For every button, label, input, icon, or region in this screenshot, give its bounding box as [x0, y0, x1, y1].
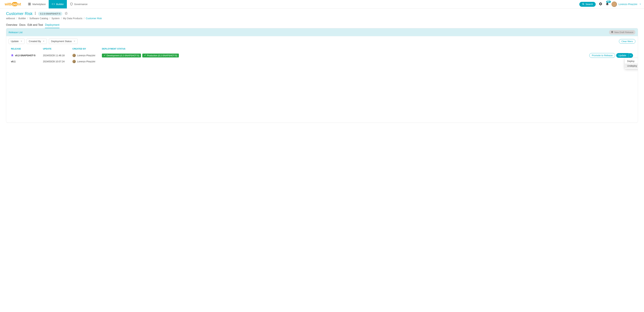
update-cell: 2024/03/28 10:07:24	[43, 60, 72, 63]
breadcrumb-current: Customer Risk	[86, 17, 102, 20]
update-cell: 2024/03/28 11:46:18	[43, 54, 72, 57]
bell-icon	[606, 3, 609, 6]
search-icon	[582, 3, 584, 6]
svg-point-4	[582, 3, 584, 4]
new-draft-release-button: New Draft Release	[609, 30, 636, 34]
status-label: Production (0.2-SNAPSHOT-5)	[147, 54, 177, 57]
panel-title: Release List	[8, 31, 22, 34]
page-header: Customer Risk 0.2.0-SNAPSHOT-5 witboost/…	[0, 8, 644, 28]
release-label: v0.2-SNAPSHOT-5	[15, 54, 35, 57]
breadcrumb: witboost/ Builder/ Software Catalog/ Sys…	[6, 17, 638, 20]
filter-created-by-label: Created By	[29, 40, 41, 42]
user-name-label: Lorenzo Pirazzini	[618, 3, 637, 6]
tabs: Overview Docs Edit and Test Deployment	[6, 23, 638, 28]
chevron-down-icon	[74, 40, 76, 42]
svg-rect-0	[28, 3, 30, 4]
bookmark-icon	[11, 54, 14, 57]
filter-deployment-status[interactable]: Deployment Status	[49, 38, 78, 44]
marketplace-icon	[28, 2, 31, 6]
page-title: Customer Risk	[6, 11, 32, 16]
filter-update-label: Update	[11, 40, 19, 42]
logo[interactable]: witboost	[5, 2, 21, 6]
settings-button[interactable]	[599, 2, 602, 6]
chevron-down-icon	[42, 40, 45, 42]
notifications-button[interactable]: 99+	[606, 2, 609, 6]
table-row[interactable]: v0.1 2024/03/28 10:07:24 Lorenzo Pirazzi…	[10, 59, 634, 64]
check-icon	[144, 54, 146, 57]
clear-filters-button[interactable]: Clear filters	[619, 39, 636, 44]
tab-deployment[interactable]: Deployment	[45, 23, 59, 28]
col-update: UPDATE	[43, 48, 72, 50]
governance-icon	[70, 2, 73, 6]
svg-rect-2	[28, 4, 30, 5]
new-draft-label: New Draft Release	[614, 31, 634, 34]
svg-line-5	[584, 4, 584, 5]
page-menu-button[interactable]	[35, 12, 36, 16]
creator-name: Lorenzo Pirazzini	[77, 54, 95, 57]
tab-edit-and-test[interactable]: Edit and Test	[28, 23, 43, 28]
release-table: RELEASE UPDATE CREATED BY DEPLOYMENT STA…	[6, 45, 638, 122]
status-badge: Development (0.2-SNAPSHOT-5)	[102, 54, 141, 58]
plus-circle-icon	[611, 31, 613, 34]
version-chip: 0.2.0-SNAPSHOT-5	[38, 12, 62, 16]
user-avatar[interactable]	[612, 2, 617, 7]
chevron-down-icon	[20, 40, 22, 42]
tab-docs[interactable]: Docs	[19, 23, 26, 28]
table-row[interactable]: v0.2-SNAPSHOT-5 2024/03/28 11:46:18 Lore…	[10, 52, 634, 59]
favorite-button[interactable]	[65, 12, 68, 16]
creator-name: Lorenzo Pirazzini	[77, 60, 95, 63]
nav-governance[interactable]: Governance	[67, 0, 90, 8]
release-label: v0.1	[11, 60, 16, 63]
menu-deploy[interactable]: Deploy	[625, 59, 638, 64]
chevron-down-icon	[630, 54, 632, 57]
status-label: Development (0.2-SNAPSHOT-5)	[106, 54, 139, 57]
builder-icon	[52, 2, 55, 6]
filter-created-by[interactable]: Created By	[26, 38, 47, 44]
breadcrumb-item[interactable]: My Data Products	[63, 17, 82, 20]
breadcrumb-item[interactable]: System	[52, 17, 60, 20]
filter-update[interactable]: Update	[8, 38, 24, 44]
nav-builder-label: Builder	[56, 3, 64, 6]
breadcrumb-item[interactable]: Software Catalog	[29, 17, 48, 20]
svg-rect-1	[30, 3, 31, 4]
breadcrumb-item[interactable]: Builder	[18, 17, 26, 20]
promote-to-release-button[interactable]: Promote to Release	[589, 53, 615, 58]
filters-row: Update Created By Deployment Status Clea…	[6, 36, 638, 45]
svg-point-6	[35, 12, 36, 13]
app-header: witboost Marketplace Builder Governance …	[0, 0, 644, 8]
svg-rect-3	[30, 4, 31, 5]
search-button[interactable]: Search	[579, 2, 596, 7]
nav-governance-label: Governance	[74, 3, 88, 6]
nav-builder[interactable]: Builder	[49, 0, 67, 8]
gear-icon	[599, 3, 602, 6]
user-menu[interactable]: Lorenzo Pirazzini	[618, 3, 641, 6]
filter-deployment-status-label: Deployment Status	[51, 40, 72, 42]
notification-badge: 99+	[606, 1, 611, 3]
action-menu: Deploy Undeploy	[625, 58, 638, 69]
creator-avatar	[72, 54, 76, 57]
check-icon	[104, 54, 106, 57]
svg-point-8	[35, 14, 36, 15]
tab-overview[interactable]: Overview	[6, 23, 17, 28]
chevron-down-icon	[639, 3, 641, 6]
col-created-by: CREATED BY	[72, 48, 102, 50]
col-deployment-status: DEPLOYMENT STATUS	[102, 48, 576, 50]
search-label: Search	[586, 3, 593, 6]
main-nav: Marketplace Builder Governance	[25, 0, 90, 8]
menu-undeploy[interactable]: Undeploy	[625, 64, 638, 68]
nav-marketplace[interactable]: Marketplace	[25, 0, 49, 8]
creator-avatar	[72, 60, 76, 63]
update-button[interactable]: Update	[616, 53, 628, 58]
update-dropdown-button[interactable]	[628, 53, 633, 58]
release-panel: Release List New Draft Release Update Cr…	[6, 28, 638, 123]
status-badge: Production (0.2-SNAPSHOT-5)	[142, 54, 179, 58]
nav-marketplace-label: Marketplace	[32, 3, 46, 6]
svg-marker-9	[65, 12, 68, 14]
breadcrumb-item[interactable]: witboost	[6, 17, 15, 20]
svg-point-7	[35, 13, 36, 14]
col-release: RELEASE	[11, 48, 43, 50]
